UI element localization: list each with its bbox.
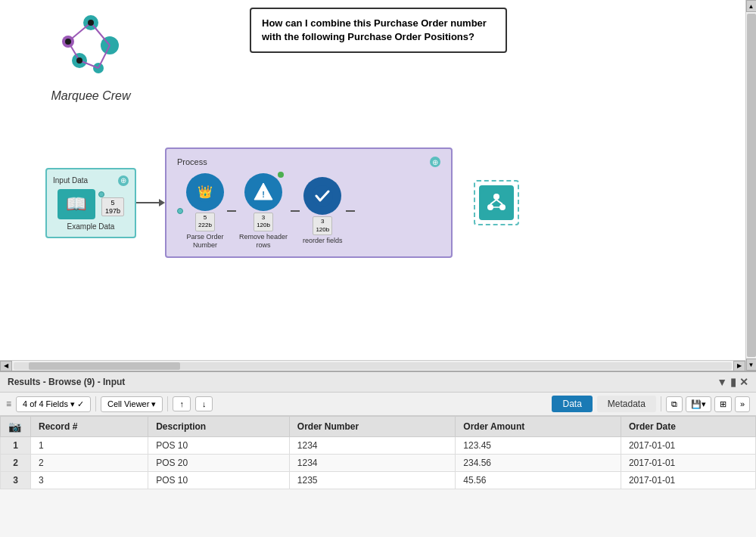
- arrow-2: [291, 210, 300, 212]
- th-order-amount[interactable]: Order Amount: [456, 417, 621, 437]
- arrow-1: [227, 210, 236, 212]
- cell-viewer-btn[interactable]: Cell Viewer ▾: [101, 396, 163, 412]
- row-num-cell: 2: [1, 455, 31, 472]
- cell-record: 2: [31, 455, 148, 472]
- process-plus-icon[interactable]: ⊕: [430, 157, 440, 167]
- results-panel: Results - Browse (9) - Input ▼ ▮ ✕ ≡ 4 o…: [0, 371, 756, 537]
- cell-viewer-label: Cell Viewer: [107, 399, 149, 408]
- v-scrollbar[interactable]: ▲ ▼: [745, 0, 756, 371]
- list-icon: ≡: [6, 399, 11, 409]
- sort-up-btn[interactable]: ↑: [173, 396, 191, 411]
- results-header-right: ▼ ▮ ✕: [717, 376, 748, 388]
- toolbar-divider-2: [167, 396, 168, 411]
- h-scroll-left[interactable]: ◀: [0, 361, 12, 371]
- h-scroll-thumb[interactable]: [29, 362, 180, 370]
- input-data-box[interactable]: Input Data ⊕ 📖 5 197b Example Data: [45, 168, 136, 238]
- sort-down-btn[interactable]: ↓: [195, 396, 213, 411]
- cell-order-number: 1234: [289, 437, 456, 455]
- row-num-cell: 1: [1, 437, 31, 455]
- th-order-date[interactable]: Order Date: [621, 417, 755, 437]
- svg-line-7: [91, 23, 110, 45]
- arrow-3: [346, 210, 355, 212]
- parse-order-records: 5 222b: [195, 213, 215, 231]
- speech-bubble: How can I combine this Purchase Order nu…: [250, 8, 507, 53]
- workflow-area: Input Data ⊕ 📖 5 197b Example Data: [45, 147, 453, 258]
- tab-metadata[interactable]: Metadata: [597, 396, 656, 412]
- table-header-row: 📷 Record # Description Order Number: [1, 417, 756, 437]
- arrow-to-process: [136, 199, 165, 206]
- results-header: Results - Browse (9) - Input ▼ ▮ ✕: [0, 372, 756, 393]
- th-order-number[interactable]: Order Number: [289, 417, 456, 437]
- speech-bubble-text: How can I combine this Purchase Order nu…: [262, 17, 487, 42]
- row-num-cell: 3: [1, 472, 31, 489]
- h-scroll-right[interactable]: ▶: [733, 361, 745, 371]
- green-dot: [278, 172, 284, 178]
- cell-order-number: 1234: [289, 455, 456, 472]
- connector-dot-out: [98, 191, 104, 197]
- input-data-label: Example Data: [53, 222, 129, 231]
- output-node-box[interactable]: [474, 180, 519, 225]
- cell-viewer-dropdown-icon: ▾: [151, 399, 156, 409]
- svg-text:!: !: [262, 190, 265, 199]
- reorder-fields-records: 3 120b: [313, 216, 332, 235]
- logo-area: Marquee Crew: [45, 8, 136, 103]
- logo-svg: [45, 8, 136, 83]
- reorder-fields-label: reorder fields: [303, 237, 343, 245]
- svg-point-12: [65, 39, 71, 45]
- h-scrollbar[interactable]: ◀ ▶: [0, 360, 745, 371]
- pin-icon[interactable]: ▼ ▮ ✕: [717, 376, 748, 388]
- parse-order-icon: 👑: [186, 173, 224, 211]
- process-box: Process ⊕ 👑: [165, 147, 453, 258]
- canvas-area: Marquee Crew How can I combine this Purc…: [0, 0, 756, 371]
- cell-order-date: 2017-01-01: [621, 472, 755, 489]
- expand-btn[interactable]: ⊞: [714, 396, 732, 412]
- v-scroll-down[interactable]: ▼: [746, 359, 757, 371]
- cell-order-amount: 45.56: [456, 472, 621, 489]
- cell-order-amount: 123.45: [456, 437, 621, 455]
- cell-order-amount: 234.56: [456, 455, 621, 472]
- svg-point-20: [493, 194, 499, 200]
- svg-point-13: [76, 57, 82, 64]
- process-title: Process ⊕: [177, 157, 440, 167]
- cell-description: POS 10: [148, 437, 290, 455]
- results-title: Results - Browse (9) - Input: [8, 377, 125, 387]
- input-data-records-badge: 5 197b: [101, 197, 124, 217]
- input-icon-area: 📖 5 197b: [53, 189, 129, 219]
- copy-btn[interactable]: ⧉: [666, 396, 683, 412]
- th-record[interactable]: Record #: [31, 417, 148, 437]
- input-data-plus-icon[interactable]: ⊕: [118, 175, 129, 186]
- cell-description: POS 10: [148, 472, 290, 489]
- toolbar-divider-3: [661, 396, 661, 411]
- svg-point-11: [88, 20, 94, 26]
- fields-dropdown-icon: ▾: [70, 399, 75, 409]
- tab-data[interactable]: Data: [552, 396, 592, 412]
- th-description[interactable]: Description: [148, 417, 290, 437]
- cell-record: 1: [31, 437, 148, 455]
- book-icon: 📖: [58, 189, 95, 219]
- th-row-num: 📷: [1, 417, 31, 437]
- remove-header-records: 3 120b: [254, 213, 273, 231]
- v-scroll-up[interactable]: ▲: [746, 0, 757, 12]
- remove-header-node[interactable]: ! 3 120b Remove headerrows: [239, 173, 288, 249]
- toolbar-right-icons: ⧉ 💾▾ ⊞ »: [666, 396, 750, 412]
- cell-order-number: 1235: [289, 472, 456, 489]
- svg-line-6: [68, 23, 91, 42]
- save-btn[interactable]: 💾▾: [686, 396, 711, 412]
- logo-name: Marquee Crew: [45, 89, 136, 103]
- remove-header-label: Remove headerrows: [239, 233, 288, 250]
- input-data-title: Input Data ⊕: [53, 175, 129, 186]
- svg-point-18: [312, 185, 333, 206]
- reorder-fields-node[interactable]: 3 120b reorder fields: [303, 177, 343, 245]
- v-scroll-thumb[interactable]: [747, 14, 756, 357]
- h-scroll-track: [14, 362, 732, 370]
- fields-count-btn[interactable]: 4 of 4 Fields ▾ ✓: [16, 396, 91, 412]
- svg-text:👑: 👑: [198, 185, 213, 199]
- results-table: 📷 Record # Description Order Number: [0, 416, 756, 489]
- output-icon: [479, 185, 514, 220]
- toolbar-divider-1: [95, 396, 96, 411]
- table-body: 1 1 POS 10 1234 123.45 2017-01-01 2 2 PO…: [1, 437, 756, 489]
- more-btn[interactable]: »: [735, 396, 750, 412]
- parse-order-node[interactable]: 👑 5 222b Parse OrderNumber: [186, 173, 224, 249]
- reorder-fields-icon: [303, 177, 341, 215]
- table-row: 2 2 POS 20 1234 234.56 2017-01-01: [1, 455, 756, 472]
